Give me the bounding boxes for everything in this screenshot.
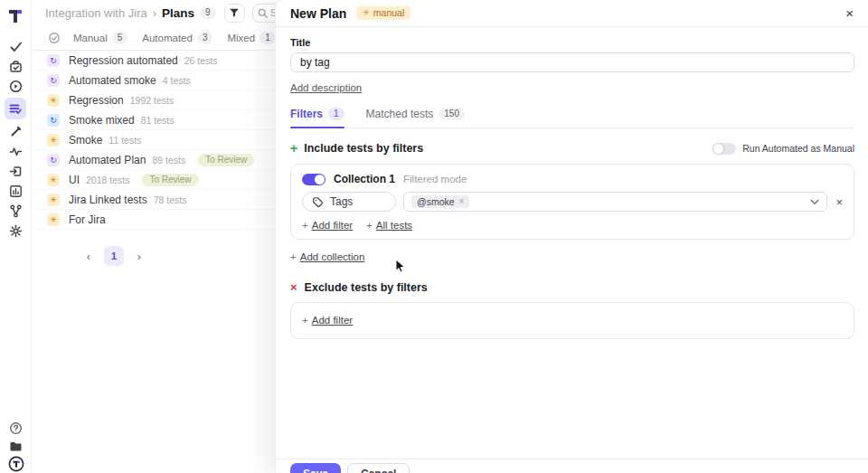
next-page-button[interactable]: ›: [130, 247, 148, 265]
panel-footer: Save Cancel: [276, 459, 868, 473]
list-item[interactable]: ✳Smoke11 tests: [33, 130, 304, 150]
play-circle-icon[interactable]: [3, 76, 28, 96]
plan-title: Automated Plan: [69, 154, 146, 166]
panel-header: New Plan ✳ manual ×: [276, 0, 868, 27]
manual-plan-icon: ✳: [47, 174, 60, 186]
include-heading: Include tests by filters: [304, 142, 423, 155]
plan-tab-automated[interactable]: Automated3: [142, 32, 212, 44]
help-icon[interactable]: [4, 419, 29, 437]
briefcase-icon[interactable]: [3, 56, 28, 76]
tag-chip: @smoke ×: [411, 195, 469, 209]
check-icon[interactable]: [3, 36, 28, 56]
collection-filter-row: Tags @smoke × ×: [302, 192, 843, 212]
filter-button[interactable]: [224, 4, 245, 23]
exclude-x-icon[interactable]: ×: [290, 280, 297, 294]
pen-icon[interactable]: [3, 121, 28, 141]
tags-select[interactable]: Tags: [302, 192, 396, 212]
plan-tab-mixed[interactable]: Mixed1: [227, 32, 275, 44]
plan-tab-manual[interactable]: Manual5: [73, 32, 127, 44]
list-item[interactable]: ↻Automated smoke4 tests: [33, 71, 304, 90]
app-window: Integration with Jira › Plans 9 Se × Man…: [0, 0, 868, 473]
plan-test-count: 78 tests: [154, 194, 187, 205]
chip-remove-icon[interactable]: ×: [459, 197, 465, 206]
automated-plan-icon: ↻: [47, 154, 60, 166]
breadcrumb: Integration with Jira › Plans 9 Se ×: [33, 0, 304, 25]
run-automated-toggle[interactable]: [712, 143, 736, 155]
plan-title: Regression automated: [69, 54, 178, 67]
panel-tabs: Filters 1 Matched tests 150: [290, 108, 854, 128]
tab-filters-count: 1: [328, 108, 344, 120]
close-icon[interactable]: ×: [845, 6, 854, 20]
add-collection-link[interactable]: +Add collection: [290, 251, 364, 262]
pagination: ‹ 1 ›: [80, 246, 148, 266]
include-section-header: + Include tests by filters Run Automated…: [290, 141, 854, 156]
breadcrumb-project[interactable]: Integration with Jira: [45, 6, 147, 20]
sidebar-bottom-icons: [0, 419, 32, 473]
manual-plan-icon: ✳: [47, 194, 60, 206]
circle-check-icon[interactable]: [48, 32, 61, 44]
plan-test-count: 89 tests: [152, 155, 185, 166]
add-filter-link[interactable]: +Add filter: [302, 220, 353, 231]
run-automated-label: Run Automated as Manual: [742, 143, 854, 154]
manual-type-badge-label: manual: [373, 8, 404, 18]
plan-test-count: 26 tests: [184, 55, 218, 66]
collection-name: Collection 1: [334, 173, 395, 185]
automated-plan-icon: ↻: [47, 74, 60, 87]
pulse-icon[interactable]: [3, 141, 28, 161]
panel-title: New Plan: [290, 6, 346, 21]
run-automated-toggle-group: Run Automated as Manual: [712, 143, 854, 155]
sidebar-item-plans[interactable]: [5, 98, 26, 119]
list-item[interactable]: ↻Smoke mixed81 tests: [33, 110, 304, 130]
exclude-heading: Exclude tests by filters: [305, 281, 428, 294]
branch-icon[interactable]: [3, 201, 28, 221]
plan-test-count: 2018 tests: [86, 175, 129, 185]
tab-matched-label: Matched tests: [366, 108, 434, 120]
list-item[interactable]: ✳UI2018 testsTo Review: [33, 170, 304, 190]
manual-plan-icon: ✳: [47, 94, 60, 107]
add-collection-row: +Add collection: [290, 251, 854, 262]
plus-icon: +: [302, 315, 308, 326]
plan-tab-label: Automated: [142, 33, 193, 43]
tab-filters[interactable]: Filters 1: [290, 108, 344, 128]
add-collection-label: Add collection: [300, 251, 365, 262]
breadcrumb-separator: ›: [153, 6, 156, 20]
automated-plan-icon: ↻: [47, 54, 60, 67]
chevron-down-icon[interactable]: [810, 199, 819, 205]
plan-tab-count: 3: [197, 32, 213, 44]
list-item[interactable]: ✳Jira Linked tests78 tests: [33, 190, 304, 210]
save-button[interactable]: Save: [290, 463, 341, 473]
plan-test-count: 81 tests: [141, 115, 175, 126]
remove-filter-icon[interactable]: ×: [835, 195, 843, 209]
import-icon[interactable]: [3, 161, 28, 181]
chart-icon[interactable]: [3, 181, 28, 201]
sidebar-rail: [0, 0, 32, 473]
plus-icon: +: [290, 141, 297, 156]
app-logo[interactable]: [6, 5, 24, 28]
exclude-add-filter-link[interactable]: +Add filter: [302, 315, 353, 326]
all-tests-link[interactable]: +All tests: [366, 220, 412, 231]
list-item[interactable]: ↻Regression automated26 tests: [33, 51, 304, 71]
plans-count-badge: 9: [200, 6, 216, 19]
exclude-links: +Add filter: [302, 315, 843, 326]
logo-circle-icon[interactable]: [4, 455, 29, 473]
tab-matched-tests[interactable]: Matched tests 150: [366, 108, 465, 128]
prev-page-button[interactable]: ‹: [80, 247, 98, 265]
tab-matched-count: 150: [439, 108, 465, 120]
exclude-section-header: × Exclude tests by filters: [290, 280, 854, 294]
cancel-button[interactable]: Cancel: [347, 463, 410, 473]
title-field-label: Title: [290, 37, 854, 48]
tab-filters-label: Filters: [290, 108, 323, 120]
add-filter-label: Add filter: [312, 220, 353, 231]
page-number[interactable]: 1: [104, 246, 124, 266]
gear-icon[interactable]: [3, 221, 28, 241]
tags-select-label: Tags: [330, 195, 353, 208]
add-description-link[interactable]: Add description: [290, 82, 362, 93]
list-item[interactable]: ✳Regression1992 tests: [33, 90, 304, 110]
tag-values-input[interactable]: @smoke ×: [403, 192, 827, 212]
title-input[interactable]: [290, 52, 854, 72]
folder-icon[interactable]: [4, 437, 29, 455]
collection-header: Collection 1 Filtered mode: [302, 173, 843, 185]
list-item[interactable]: ↻Automated Plan89 testsTo Review: [33, 150, 304, 170]
list-item[interactable]: ✳For Jira: [33, 210, 304, 230]
collection-toggle[interactable]: [302, 174, 326, 185]
